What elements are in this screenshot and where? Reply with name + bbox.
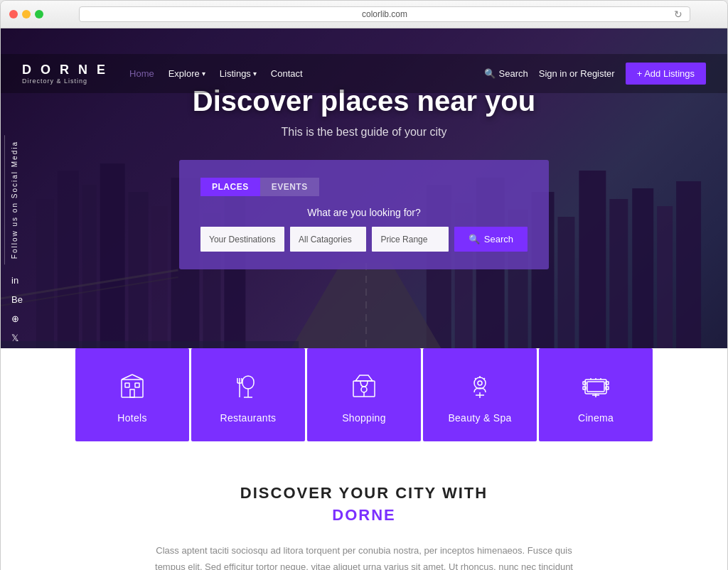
cinema-svg <box>582 372 610 401</box>
social-label: Follow us on Social Media <box>4 135 18 264</box>
beauty-icon <box>463 370 497 404</box>
nav-listings[interactable]: Listings ▾ <box>220 68 257 79</box>
nav-contact[interactable]: Contact <box>271 68 303 79</box>
categories-section: Hotels <box>1 348 727 441</box>
hero-section: Follow us on Social Media in Be ⊕ 𝕏 f D … <box>1 28 727 384</box>
svg-rect-28 <box>130 389 134 397</box>
search-tabs: PLACES EVENTS <box>200 178 528 196</box>
category-beauty[interactable]: Beauty & Spa <box>423 348 537 441</box>
social-icons-list: in Be ⊕ 𝕏 f <box>1 275 23 362</box>
hotel-svg <box>118 372 146 401</box>
brand-tagline: Directory & Listing <box>22 77 108 85</box>
category-restaurants[interactable]: Restaurants <box>191 348 305 441</box>
svg-rect-31 <box>242 376 254 389</box>
search-fields: Your Destinations All Catagories Price R… <box>200 227 528 252</box>
restaurant-svg <box>234 372 262 401</box>
linkedin-icon[interactable]: in <box>11 275 23 286</box>
browser-window: colorlib.com ↻ <box>0 0 728 570</box>
svg-rect-54 <box>606 387 609 389</box>
brand-name: D O R N E <box>22 63 108 77</box>
svg-rect-27 <box>135 383 139 387</box>
facebook-icon[interactable]: f <box>11 352 23 362</box>
hero-content: Discover places near you This is the bes… <box>1 85 727 269</box>
price-select[interactable]: Price Range <box>372 227 448 252</box>
nav-explore[interactable]: Explore ▾ <box>168 68 205 79</box>
nav-links: Home Explore ▾ Listings ▾ Contact <box>129 68 484 79</box>
svg-line-29 <box>122 375 132 380</box>
categories-select[interactable]: All Catagories <box>290 227 366 252</box>
listings-chevron: ▾ <box>253 70 257 77</box>
brand-logo: D O R N E Directory & Listing <box>22 63 108 85</box>
behance-icon[interactable]: Be <box>11 294 23 305</box>
search-button[interactable]: 🔍 Search <box>484 68 528 79</box>
category-hotels[interactable]: Hotels <box>75 348 189 441</box>
svg-rect-50 <box>587 382 604 392</box>
hotels-icon <box>115 370 149 404</box>
shopping-svg <box>350 372 378 401</box>
destination-select[interactable]: Your Destinations <box>200 227 284 252</box>
svg-line-30 <box>132 375 143 380</box>
nav-right: 🔍 Search Sign in or Register + Add Listi… <box>484 63 706 85</box>
category-cinema[interactable]: Cinema <box>539 348 653 441</box>
discover-section: DISCOVER YOUR CITY WITH DORNE Class apte… <box>1 441 727 570</box>
twitter-icon[interactable]: 𝕏 <box>11 333 23 343</box>
beauty-svg <box>466 372 494 401</box>
hero-subtitle: This is the best guide of your city <box>15 126 713 139</box>
svg-point-40 <box>361 387 367 392</box>
add-listing-button[interactable]: + Add Listings <box>626 63 706 85</box>
discover-description: Class aptent taciti sociosqu ad litora t… <box>151 542 577 570</box>
search-submit-button[interactable]: 🔍 Search <box>454 227 528 252</box>
explore-chevron: ▾ <box>202 70 205 77</box>
svg-rect-53 <box>606 382 609 385</box>
events-tab[interactable]: EVENTS <box>260 178 319 196</box>
search-question: What are you looking for? <box>200 207 528 218</box>
nav-home[interactable]: Home <box>129 68 154 79</box>
google-icon[interactable]: ⊕ <box>11 313 23 324</box>
minimize-button[interactable] <box>22 10 31 18</box>
url-text: colorlib.com <box>362 9 407 19</box>
address-bar[interactable]: colorlib.com ↻ <box>79 6 690 22</box>
cinema-label: Cinema <box>578 412 614 424</box>
cinema-icon <box>579 370 613 404</box>
svg-point-45 <box>478 381 482 385</box>
search-submit-icon: 🔍 <box>469 234 480 244</box>
restaurants-icon <box>231 370 265 404</box>
svg-rect-52 <box>583 387 586 389</box>
browser-titlebar: colorlib.com ↻ <box>1 1 727 28</box>
svg-rect-25 <box>122 380 143 397</box>
page-content: Follow us on Social Media in Be ⊕ 𝕏 f D … <box>1 28 727 570</box>
signin-register-button[interactable]: Sign in or Register <box>539 68 615 79</box>
category-shopping[interactable]: Shopping <box>307 348 421 441</box>
svg-rect-51 <box>583 382 586 385</box>
maximize-button[interactable] <box>35 10 43 18</box>
discover-title: DISCOVER YOUR CITY WITH <box>22 484 706 502</box>
hotels-label: Hotels <box>117 412 146 424</box>
svg-rect-26 <box>125 383 129 387</box>
search-container: PLACES EVENTS What are you looking for? … <box>179 160 549 269</box>
social-sidebar: Follow us on Social Media in Be ⊕ 𝕏 f <box>1 135 23 362</box>
beauty-label: Beauty & Spa <box>448 412 511 424</box>
categories-row: Hotels <box>1 348 727 441</box>
navbar: D O R N E Directory & Listing Home Explo… <box>1 54 727 93</box>
restaurants-label: Restaurants <box>220 412 277 424</box>
close-button[interactable] <box>9 10 18 18</box>
window-controls <box>9 10 43 18</box>
discover-brand: DORNE <box>22 506 706 525</box>
refresh-icon[interactable]: ↻ <box>673 9 684 20</box>
search-icon: 🔍 <box>484 68 496 79</box>
shopping-label: Shopping <box>342 412 386 424</box>
shopping-icon <box>347 370 381 404</box>
places-tab[interactable]: PLACES <box>200 178 260 196</box>
